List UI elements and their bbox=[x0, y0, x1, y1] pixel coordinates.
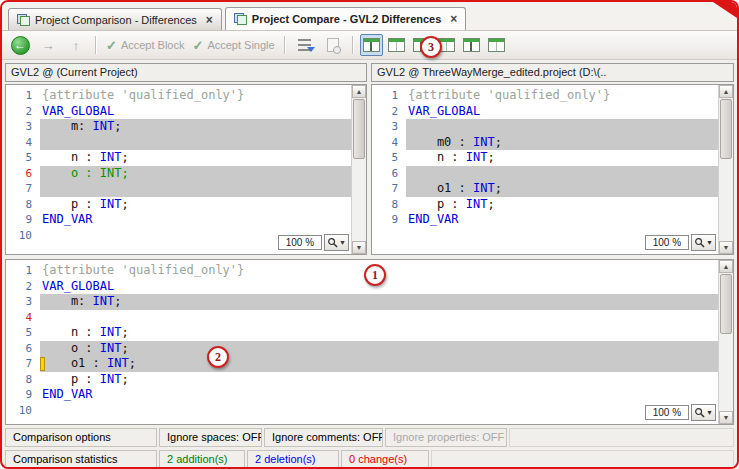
code-text: n : INT; bbox=[40, 325, 719, 341]
magnifier-icon bbox=[327, 237, 338, 248]
line-number: 5 bbox=[372, 150, 406, 166]
line-number: 1 bbox=[6, 88, 40, 104]
scroll-up-icon[interactable]: ▲ bbox=[719, 260, 733, 273]
document-tab-bar: Project Comparison - Differences × Proje… bbox=[2, 2, 737, 31]
compare-document-icon bbox=[17, 14, 30, 26]
go-up-button[interactable]: ↑ bbox=[63, 34, 89, 56]
scroll-down-icon[interactable]: ▼ bbox=[352, 241, 366, 254]
code-line[interactable]: 3 m: INT; bbox=[6, 294, 719, 310]
ignore-spaces-toggle[interactable]: Ignore spaces: OFF bbox=[159, 428, 262, 447]
code-line[interactable]: 2VAR_GLOBAL bbox=[372, 104, 719, 120]
scrollbar-track[interactable] bbox=[352, 98, 366, 241]
compare-panes: GVL2 @ (Current Project) 1{attribute 'qu… bbox=[5, 63, 734, 255]
callout-2: 2 bbox=[207, 346, 229, 368]
scroll-up-icon[interactable]: ▲ bbox=[352, 85, 366, 98]
accept-single-button[interactable]: ✓ Accept Single bbox=[190, 34, 278, 56]
line-number: 6 bbox=[372, 166, 406, 182]
preview-button[interactable] bbox=[320, 34, 346, 56]
code-line[interactable]: 1{attribute 'qualified_only'} bbox=[6, 263, 719, 279]
scrollbar-track[interactable] bbox=[719, 273, 733, 411]
code-line[interactable]: 9END_VAR bbox=[6, 212, 352, 228]
scroll-down-icon[interactable]: ▼ bbox=[719, 411, 733, 424]
code-line[interactable]: 9END_VAR bbox=[372, 212, 719, 228]
accept-block-label: Accept Block bbox=[121, 39, 185, 51]
code-line[interactable]: 4 bbox=[6, 135, 352, 151]
zoom-button[interactable]: ▼ bbox=[691, 234, 716, 251]
code-line[interactable]: 7 o1 : INT; bbox=[372, 181, 719, 197]
code-text: o1 : INT; bbox=[40, 356, 719, 372]
code-line[interactable]: 7 o1 : INT; bbox=[6, 356, 719, 372]
line-number: 7 bbox=[372, 181, 406, 197]
scrollbar-thumb[interactable] bbox=[353, 99, 365, 159]
tab-label: Project Comparison - Differences bbox=[35, 14, 197, 26]
line-number: 9 bbox=[6, 387, 40, 403]
current-project-pane: GVL2 @ (Current Project) 1{attribute 'qu… bbox=[5, 63, 367, 255]
zoom-control: 100 % ▼ bbox=[645, 234, 716, 251]
code-line[interactable]: 5 n : INT; bbox=[6, 150, 352, 166]
code-text: o1 : INT; bbox=[406, 181, 719, 197]
vertical-scrollbar[interactable]: ▲ ▼ bbox=[718, 85, 733, 254]
scrollbar-track[interactable] bbox=[719, 98, 733, 241]
code-line[interactable]: 10 bbox=[6, 403, 719, 419]
compare-toolbar: ← → ↑ ✓ Accept Block ✓ Accept Single bbox=[2, 31, 737, 60]
table-view-icon bbox=[388, 38, 405, 52]
code-line[interactable]: 4 m0 : INT; bbox=[372, 135, 719, 151]
scrollbar-thumb[interactable] bbox=[720, 99, 732, 159]
code-lines: 1{attribute 'qualified_only'}2VAR_GLOBAL… bbox=[6, 88, 352, 243]
code-text bbox=[40, 135, 352, 151]
tab-project-comparison-differences[interactable]: Project Comparison - Differences × bbox=[8, 8, 222, 30]
ignore-properties-toggle: Ignore properties: OFF bbox=[385, 428, 507, 447]
code-text: {attribute 'qualified_only'} bbox=[40, 88, 352, 104]
zoom-level: 100 % bbox=[278, 235, 322, 250]
view-mode-5-button[interactable] bbox=[460, 34, 483, 56]
right-code-editor[interactable]: 1{attribute 'qualified_only'}2VAR_GLOBAL… bbox=[371, 84, 734, 255]
line-number: 10 bbox=[6, 403, 40, 419]
zoom-button[interactable]: ▼ bbox=[691, 404, 716, 421]
code-line[interactable]: 2VAR_GLOBAL bbox=[6, 279, 719, 295]
scrollbar-thumb[interactable] bbox=[720, 274, 732, 334]
code-line[interactable]: 1{attribute 'qualified_only'} bbox=[6, 88, 352, 104]
code-line[interactable]: 5 n : INT; bbox=[372, 150, 719, 166]
code-line[interactable]: 3 m: INT; bbox=[6, 119, 352, 135]
view-mode-6-button[interactable] bbox=[485, 34, 508, 56]
tab-project-compare-gvl2-differences[interactable]: Project Compare - GVL2 Differences × bbox=[225, 7, 467, 30]
vertical-scrollbar[interactable]: ▲ ▼ bbox=[351, 85, 366, 254]
forward-button[interactable]: → bbox=[35, 34, 61, 56]
table-view-icon bbox=[363, 38, 380, 52]
view-mode-side-by-side-button[interactable] bbox=[360, 34, 383, 56]
code-line[interactable]: 8 p : INT; bbox=[372, 197, 719, 213]
view-mode-2-button[interactable] bbox=[385, 34, 408, 56]
code-line[interactable]: 5 n : INT; bbox=[6, 325, 719, 341]
close-icon[interactable]: × bbox=[206, 15, 213, 25]
zoom-button[interactable]: ▼ bbox=[324, 234, 349, 251]
code-line[interactable]: 3 bbox=[372, 119, 719, 135]
code-text: m0 : INT; bbox=[406, 135, 719, 151]
back-button[interactable]: ← bbox=[7, 34, 33, 56]
code-line[interactable]: 6 bbox=[372, 166, 719, 182]
code-line[interactable]: 1{attribute 'qualified_only'} bbox=[372, 88, 719, 104]
code-line[interactable]: 7 bbox=[6, 181, 352, 197]
code-line[interactable]: 2VAR_GLOBAL bbox=[6, 104, 352, 120]
code-line[interactable]: 6 o : INT; bbox=[6, 166, 352, 182]
annotation-corner-fold bbox=[713, 2, 737, 18]
code-text: o : INT; bbox=[40, 341, 719, 357]
close-icon[interactable]: × bbox=[450, 14, 457, 24]
code-line[interactable]: 4 bbox=[6, 310, 719, 326]
next-difference-button[interactable] bbox=[292, 34, 318, 56]
line-number: 8 bbox=[372, 197, 406, 213]
code-line[interactable]: 8 p : INT; bbox=[6, 197, 352, 213]
line-number: 9 bbox=[6, 212, 40, 228]
left-code-editor[interactable]: 1{attribute 'qualified_only'}2VAR_GLOBAL… bbox=[5, 84, 367, 255]
scroll-up-icon[interactable]: ▲ bbox=[719, 85, 733, 98]
code-line[interactable]: 8 p : INT; bbox=[6, 372, 719, 388]
vertical-scrollbar[interactable]: ▲ ▼ bbox=[718, 260, 733, 424]
code-line[interactable]: 9END_VAR bbox=[6, 387, 719, 403]
code-line[interactable]: 6 o : INT; bbox=[6, 341, 719, 357]
right-pane-header: GVL2 @ ThreeWayMerge_edited.project (D:\… bbox=[371, 63, 734, 82]
back-arrow-icon: ← bbox=[11, 36, 30, 55]
code-text: p : INT; bbox=[40, 372, 719, 388]
scroll-down-icon[interactable]: ▼ bbox=[719, 241, 733, 254]
accept-block-button[interactable]: ✓ Accept Block bbox=[103, 34, 188, 56]
ignore-comments-toggle[interactable]: Ignore comments: OFF bbox=[264, 428, 383, 447]
toolbar-separator bbox=[95, 36, 97, 54]
